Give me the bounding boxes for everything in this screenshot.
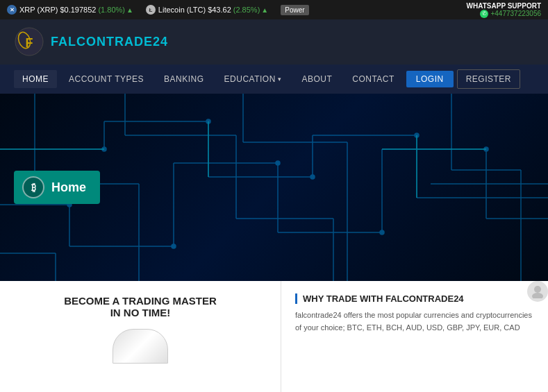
whatsapp-icon: ✆: [480, 10, 488, 18]
content-left: BECOME A TRADING MASTER IN NO TIME!: [0, 281, 281, 392]
content-section: BECOME A TRADING MASTER IN NO TIME! WHY …: [0, 281, 548, 392]
content-left-heading: BECOME A TRADING MASTER IN NO TIME!: [64, 295, 217, 318]
content-right-body: falcontrade24 offers the most popular cu…: [295, 309, 534, 334]
navigation: HOME ACCOUNT TYPES BANKING EDUCATION ▾ A…: [0, 65, 548, 94]
xrp-change: (1.80%): [98, 6, 125, 14]
svg-point-37: [172, 244, 176, 248]
ltc-change: (2.85%): [233, 6, 260, 14]
education-dropdown-arrow: ▾: [278, 76, 282, 83]
home-badge: ₿ Home: [14, 171, 100, 204]
ltc-arrow: ▲: [261, 6, 268, 14]
avatar: [527, 281, 548, 302]
nav-item-banking[interactable]: BANKING: [156, 70, 213, 88]
nav-item-login[interactable]: LOGIN: [406, 71, 454, 87]
nav-item-home[interactable]: HOME: [14, 70, 57, 88]
header: F FALCONTRADE24: [0, 19, 548, 65]
svg-point-39: [380, 230, 384, 235]
power-button[interactable]: Power: [281, 5, 308, 15]
svg-point-38: [276, 161, 280, 165]
ltc-price: $43.62: [208, 6, 231, 14]
svg-point-53: [534, 286, 541, 293]
xrp-ticker: ✕ XRP (XRP) $0.197852 (1.80%) ▲: [7, 5, 133, 15]
whatsapp-label: WHATSAPP SUPPORT: [467, 2, 541, 10]
xrp-arrow: ▲: [126, 6, 133, 14]
content-right: WHY TRADE WITH FALCONTRADE24 falcontrade…: [281, 281, 548, 392]
nav-item-education[interactable]: EDUCATION ▾: [216, 70, 290, 88]
ltc-icon: Ł: [146, 5, 156, 15]
ticker-bar: ✕ XRP (XRP) $0.197852 (1.80%) ▲ Ł Liteco…: [0, 0, 548, 19]
ltc-ticker: Ł Litecoin (LTC) $43.62 (2.85%) ▲: [146, 5, 268, 15]
nav-item-register[interactable]: REGISTER: [457, 69, 520, 89]
xrp-icon: ✕: [7, 5, 17, 15]
svg-point-54: [532, 293, 543, 298]
nav-item-about[interactable]: ABOUT: [293, 70, 340, 88]
logo-text: FALCONTRADE24: [51, 35, 168, 49]
whatsapp-support: WHATSAPP SUPPORT ✆ +447737223056: [467, 0, 541, 19]
device-image: [113, 329, 168, 364]
nav-item-contact[interactable]: CONTACT: [344, 70, 403, 88]
whatsapp-number[interactable]: ✆ +447737223056: [480, 10, 541, 18]
hero-section: ₿ Home: [0, 94, 548, 281]
xrp-label: XRP (XRP): [19, 6, 58, 14]
svg-point-34: [310, 175, 315, 179]
content-right-heading: WHY TRADE WITH FALCONTRADE24: [295, 293, 534, 304]
home-badge-text: Home: [51, 180, 86, 195]
nav-item-account-types[interactable]: ACCOUNT TYPES: [60, 70, 152, 88]
bitcoin-icon: ₿: [22, 176, 44, 198]
xrp-price: $0.197852: [60, 6, 96, 14]
ltc-label: Litecoin (LTC): [158, 6, 206, 14]
logo[interactable]: F FALCONTRADE24: [14, 26, 168, 58]
logo-icon: F: [14, 26, 45, 58]
